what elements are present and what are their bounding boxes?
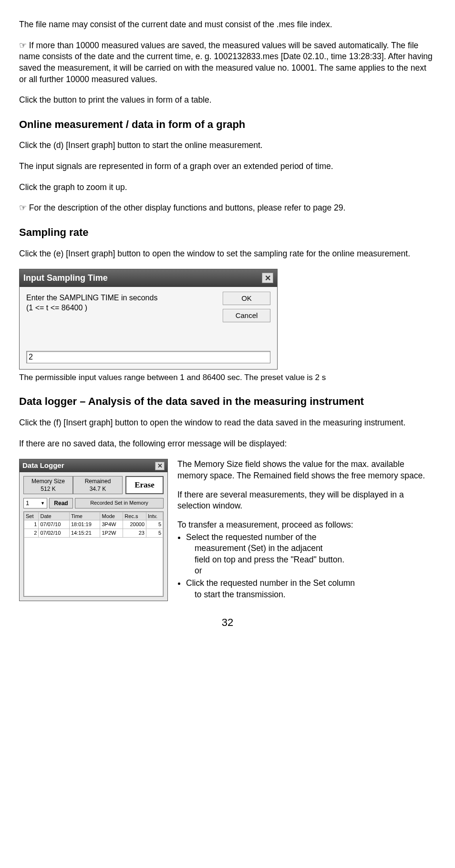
heading-data-logger: Data logger – Analysis of the data saved… — [19, 394, 436, 409]
text: to start the transmission. — [186, 589, 436, 601]
table-row[interactable]: 1 07/07/10 18:01:19 3P4W 20000 5 — [24, 520, 163, 529]
col-time: Time — [69, 512, 100, 520]
cell-date: 07/07/10 — [39, 520, 70, 529]
cell-mode: 3P4W — [100, 520, 123, 529]
text: Click the requested number in the Set co… — [186, 578, 355, 588]
sampling-input-wrap — [26, 351, 270, 363]
close-icon[interactable]: ✕ — [262, 273, 273, 283]
sampling-time-input[interactable] — [26, 351, 270, 363]
paragraph: The file name may consist of the current… — [19, 19, 436, 31]
ok-button[interactable]: OK — [223, 292, 270, 305]
col-set: Set — [24, 512, 39, 520]
paragraph: To transfer a measurement, proceed as fo… — [177, 519, 436, 531]
cell-date: 07/02/10 — [39, 529, 70, 538]
prompt-line-2: (1 <= t <= 86400 ) — [26, 304, 87, 312]
paragraph: Click the (d) [Insert graph] button to s… — [19, 140, 436, 151]
read-button[interactable]: Read — [49, 498, 73, 508]
paragraph: Click the graph to zoom it up. — [19, 182, 436, 193]
logger-top-row: Memory Size 512 K Remained 34.7 K Erase — [20, 472, 167, 497]
transfer-steps-list: Select the requested number of the measu… — [177, 532, 436, 601]
col-mode: Mode — [100, 512, 123, 520]
cell-intv: 5 — [146, 529, 163, 538]
chevron-down-icon: ▼ — [41, 500, 45, 506]
erase-button[interactable]: Erase — [125, 476, 164, 494]
table-row[interactable]: 2 07/02/10 14:15:21 1P2W 23 5 — [24, 529, 163, 538]
table-blank-area — [24, 538, 163, 596]
caption: The permissible input values range betwe… — [19, 372, 436, 383]
cell-recs: 20000 — [123, 520, 146, 529]
paragraph: Click the button to print the values in … — [19, 95, 436, 106]
page-number: 32 — [19, 615, 436, 630]
close-icon[interactable]: ✕ — [155, 462, 165, 470]
text: or — [186, 565, 436, 577]
cell-time: 14:15:21 — [69, 529, 100, 538]
text: Select the requested number of the — [186, 532, 316, 542]
col-recs: Rec.s — [123, 512, 146, 520]
remained-box: Remained 34.7 K — [73, 476, 123, 494]
set-number-value: 1 — [26, 499, 29, 508]
cell-time: 18:01:19 — [69, 520, 100, 529]
recorded-set-label: Recorded Set in Memory — [75, 498, 164, 508]
dialog-title-text: Input Sampling Time — [23, 272, 108, 284]
logger-mid-row: 1 ▼ Read Recorded Set in Memory — [20, 497, 167, 511]
paragraph: Click the (e) [Insert graph] button to o… — [19, 248, 436, 260]
dialog-titlebar: Input Sampling Time ✕ — [20, 269, 277, 286]
dialog-prompt: Enter the SAMPLING TIME in seconds (1 <=… — [26, 293, 184, 313]
heading-sampling-rate: Sampling rate — [19, 225, 436, 240]
list-item: Click the requested number in the Set co… — [186, 578, 436, 600]
remained-label: Remained — [73, 477, 122, 485]
prompt-line-1: Enter the SAMPLING TIME in seconds — [26, 294, 157, 302]
data-logger-dialog: Data Logger ✕ Memory Size 512 K Remained… — [19, 459, 168, 601]
logger-side-text: The Memory Size field shows the value fo… — [177, 459, 436, 601]
dialog-titlebar: Data Logger ✕ — [20, 459, 167, 472]
paragraph: If there are several measurements, they … — [177, 489, 436, 512]
paragraph: Click the (f) [Insert graph] button to o… — [19, 417, 436, 429]
list-item: Select the requested number of the measu… — [186, 532, 436, 577]
memory-size-label: Memory Size — [24, 477, 72, 485]
set-number-select[interactable]: 1 ▼ — [23, 498, 47, 508]
remained-value: 34.7 K — [73, 485, 122, 493]
input-sampling-time-dialog: Input Sampling Time ✕ Enter the SAMPLING… — [19, 269, 278, 369]
dialog-title-text: Data Logger — [22, 461, 64, 470]
text: field on top and press the "Read" button… — [186, 554, 436, 566]
cancel-button[interactable]: Cancel — [223, 309, 270, 322]
col-date: Date — [39, 512, 70, 520]
memory-size-box: Memory Size 512 K — [23, 476, 73, 494]
paragraph: If there are no saved data, the followin… — [19, 438, 436, 450]
heading-online-measurement: Online measurement / data in form of a g… — [19, 117, 436, 132]
cell-mode: 1P2W — [100, 529, 123, 538]
col-intv: Intv. — [146, 512, 163, 520]
paragraph: The input signals are represented in for… — [19, 161, 436, 172]
paragraph: The Memory Size field shows the value fo… — [177, 459, 436, 481]
logger-table: Set Date Time Mode Rec.s Intv. 1 07/07/1… — [23, 511, 164, 597]
paragraph: ☞ For the description of the other displ… — [19, 202, 436, 214]
cell-intv: 5 — [146, 520, 163, 529]
dialog-buttons: OK Cancel — [223, 292, 270, 322]
dialog-body: Enter the SAMPLING TIME in seconds (1 <=… — [20, 287, 277, 369]
cell-set: 1 — [24, 520, 39, 529]
table-header-row: Set Date Time Mode Rec.s Intv. — [24, 512, 163, 520]
cell-recs: 23 — [123, 529, 146, 538]
cell-set: 2 — [24, 529, 39, 538]
paragraph: ☞ If more than 10000 measured values are… — [19, 40, 436, 85]
text: measurement (Set) in the adjacent — [186, 543, 436, 554]
memory-size-value: 512 K — [24, 485, 72, 493]
